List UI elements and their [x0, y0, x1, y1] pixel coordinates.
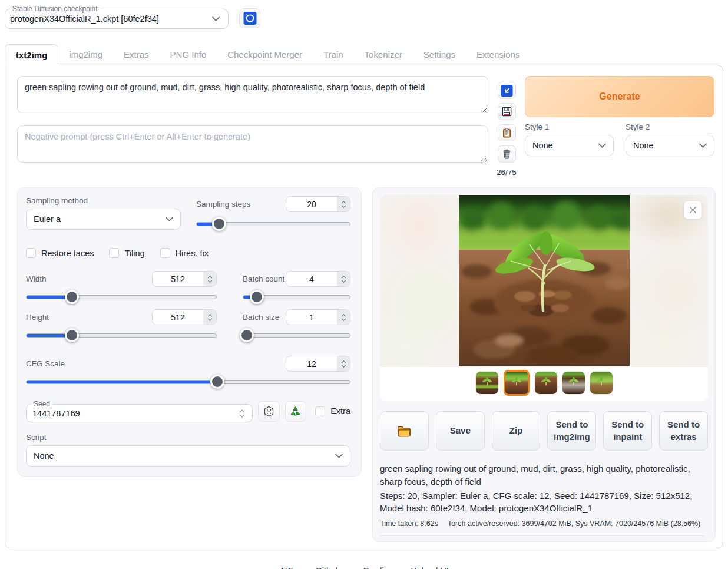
width-label: Width [26, 274, 47, 283]
batch-count-input[interactable] [286, 271, 350, 287]
checkpoint-label: Stable Diffusion checkpoint [10, 5, 100, 13]
batch-size-label: Batch size [243, 313, 279, 322]
footer: API • Github • Gradio • Reload UI python… [5, 566, 723, 569]
checkpoint-header: Stable Diffusion checkpoint protogenX34O… [5, 5, 723, 29]
save-style-button[interactable] [498, 103, 516, 120]
seed-field[interactable]: Seed [26, 400, 253, 422]
sampling-steps-input[interactable] [286, 196, 350, 212]
paste-generation-params-button[interactable] [498, 82, 516, 99]
generation-info-params: Steps: 20, Sampler: Euler a, CFG scale: … [380, 489, 704, 515]
send-to-inpaint-button[interactable]: Send to inpaint [603, 411, 652, 451]
restore-faces-checkbox[interactable] [26, 248, 36, 258]
send-to-img2img-button[interactable]: Send to img2img [547, 411, 596, 451]
trash-icon [501, 148, 512, 160]
hires-fix-checkbox[interactable] [160, 248, 170, 258]
seed-label: Seed [31, 400, 52, 408]
tab-extras[interactable]: Extras [113, 44, 160, 65]
spinner-buttons[interactable] [337, 197, 350, 211]
script-select[interactable]: None [26, 445, 350, 467]
tab-png-info[interactable]: PNG Info [160, 44, 217, 65]
style1-select[interactable]: None [525, 135, 614, 156]
gallery-thumbnail[interactable] [535, 372, 557, 394]
output-panel: Save Zip Send to img2img Send to inpaint… [372, 187, 716, 542]
gallery-thumbnail[interactable] [590, 372, 613, 394]
spinner-buttons[interactable] [337, 310, 350, 325]
prompt-input[interactable]: green sapling rowing out of ground, mud,… [17, 76, 488, 113]
spinner-buttons[interactable] [337, 272, 350, 286]
recycle-icon [289, 405, 302, 418]
style2-select[interactable]: None [626, 135, 714, 156]
cfg-scale-slider[interactable] [26, 375, 350, 388]
generate-button[interactable]: Generate [525, 76, 714, 117]
sampling-method-label: Sampling method [26, 196, 181, 205]
tiling-checkbox[interactable] [109, 248, 119, 258]
batch-count-slider[interactable] [243, 290, 350, 303]
generated-image[interactable] [459, 195, 630, 366]
generate-column: Generate Style 1 None Style 2 None [525, 76, 714, 177]
height-input[interactable] [152, 309, 217, 325]
chevron-down-icon [699, 143, 707, 148]
script-value: None [34, 451, 54, 461]
cfg-scale-label: CFG Scale [26, 359, 65, 368]
width-slider[interactable] [26, 290, 217, 303]
zip-button[interactable]: Zip [492, 411, 541, 451]
spinner-buttons[interactable] [203, 272, 216, 286]
spinner-buttons[interactable] [236, 409, 249, 418]
footer-link-api[interactable]: API [279, 566, 293, 569]
chevron-down-icon [335, 454, 343, 458]
cfg-scale-input[interactable] [286, 356, 350, 372]
apply-style-button[interactable] [498, 124, 516, 141]
close-icon [689, 206, 697, 214]
seed-input[interactable] [32, 409, 236, 418]
footer-link-gradio[interactable]: Gradio [363, 566, 389, 569]
footer-link-reload-ui[interactable]: Reload UI [411, 566, 448, 569]
sampling-steps-label: Sampling steps [196, 200, 250, 209]
reuse-seed-button[interactable] [285, 401, 307, 422]
sampling-method-select[interactable]: Euler a [26, 209, 181, 230]
open-folder-button[interactable] [380, 411, 429, 451]
refresh-checkpoint-button[interactable] [239, 8, 260, 28]
refresh-icon [243, 12, 257, 25]
save-button[interactable]: Save [436, 411, 485, 451]
settings-panel: Sampling method Euler a Sampling steps [17, 187, 362, 477]
spinner-buttons[interactable] [203, 310, 216, 325]
negative-prompt-input[interactable] [17, 125, 488, 163]
spinner-buttons[interactable] [337, 356, 350, 371]
vram-usage: Torch active/reserved: 3699/4702 MiB, Sy… [448, 518, 700, 529]
extra-seed-label: Extra [330, 406, 350, 416]
batch-size-input[interactable] [286, 309, 350, 325]
chevron-down-icon [598, 143, 606, 148]
paste-arrow-icon [501, 85, 513, 97]
close-gallery-button[interactable] [684, 201, 702, 219]
gallery-thumbnail[interactable] [562, 372, 585, 394]
checkpoint-select[interactable]: Stable Diffusion checkpoint protogenX34O… [5, 5, 229, 29]
style1-label: Style 1 [525, 123, 614, 131]
width-input[interactable] [152, 271, 217, 287]
app-root: Stable Diffusion checkpoint protogenX34O… [0, 0, 728, 569]
sampling-steps-slider[interactable] [196, 217, 350, 230]
send-to-extras-button[interactable]: Send to extras [659, 411, 708, 451]
tab-checkpoint-merger[interactable]: Checkpoint Merger [217, 44, 313, 65]
height-slider[interactable] [26, 329, 217, 342]
prompt-column: green sapling rowing out of ground, mud,… [17, 76, 488, 177]
batch-size-slider[interactable] [243, 329, 350, 342]
tab-extensions[interactable]: Extensions [466, 44, 530, 65]
tab-tokenizer[interactable]: Tokenizer [354, 44, 413, 65]
gallery-thumbnail-selected[interactable] [504, 370, 530, 396]
checkpoint-value: protogenX34OfficialR_1.ckpt [60fe2f34] [10, 14, 159, 24]
random-seed-button[interactable] [258, 401, 280, 422]
tab-settings[interactable]: Settings [413, 44, 466, 65]
gallery-thumbnail[interactable] [476, 372, 498, 394]
footer-link-github[interactable]: Github [315, 566, 340, 569]
generation-info: green sapling rowing out of ground, mud,… [380, 462, 708, 541]
tab-train[interactable]: Train [313, 44, 354, 65]
extra-seed-checkbox[interactable] [315, 406, 325, 416]
style2-value: None [633, 141, 654, 150]
generation-info-prompt: green sapling rowing out of ground, mud,… [380, 462, 704, 488]
clear-prompt-button[interactable] [498, 145, 516, 163]
batch-count-label: Batch count [243, 274, 284, 283]
clipboard-icon [501, 127, 512, 138]
tab-txt2img[interactable]: txt2img [5, 44, 58, 65]
tab-img2img[interactable]: img2img [58, 44, 113, 65]
dice-icon [263, 405, 275, 418]
